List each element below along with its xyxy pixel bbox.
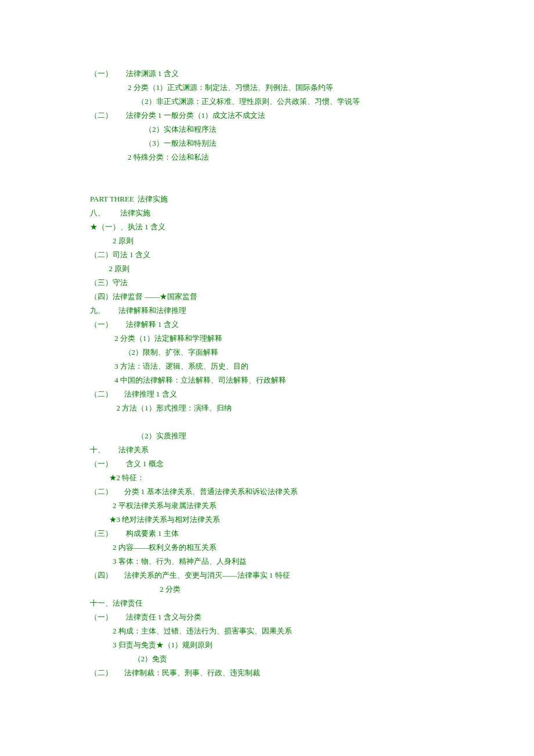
outline-line: ★2 特征： bbox=[90, 471, 444, 485]
outline-line: 2 原则 bbox=[90, 262, 444, 276]
outline-line: （2）限制、扩张、字面解释 bbox=[90, 345, 444, 359]
outline-line: （2）实质推理 bbox=[90, 429, 444, 443]
outline-line: （二）司法 1 含义 bbox=[90, 248, 444, 262]
outline-line: 八、 法律实施 bbox=[90, 206, 444, 220]
outline-line: （2）实体法和程序法 bbox=[90, 123, 444, 136]
outline-line: 2 特殊分类：公法和私法 bbox=[90, 150, 444, 164]
outline-line: 2 分类 bbox=[90, 582, 444, 596]
outline-line: 2 方法（1）形式推理：演绎、归纳 bbox=[90, 401, 444, 415]
outline-line: （一） 法律渊源 1 含义 bbox=[90, 67, 444, 81]
outline-line: （二） 分类 1 基本法律关系、普通法律关系和诉讼法律关系 bbox=[90, 485, 444, 499]
outline-line: 2 分类（1）正式渊源：制定法、习惯法、判例法、国际条约等 bbox=[90, 81, 444, 95]
document-page: （一） 法律渊源 1 含义 2 分类（1）正式渊源：制定法、习惯法、判例法、国际… bbox=[0, 0, 534, 738]
outline-line: （二） 法律分类 1 一般分类（1）成文法不成文法 bbox=[90, 109, 444, 123]
outline-line: ★3 绝对法律关系与相对法律关系 bbox=[90, 513, 444, 527]
outline-line: （四）法律监督 ——★国家监督 bbox=[90, 290, 444, 304]
outline-line: （一） 法律解释 1 含义 bbox=[90, 318, 444, 332]
outline-line: 3 方法：语法、逻辑、系统、历史、目的 bbox=[90, 359, 444, 373]
outline-line: 2 平权法律关系与隶属法律关系 bbox=[90, 499, 444, 513]
outline-line: 十、 法律关系 bbox=[90, 443, 444, 457]
outline-line: （一） 法律责任 1 含义与分类 bbox=[90, 610, 444, 624]
outline-line: 2 构成：主体、过错、违法行为、损害事实、因果关系 bbox=[90, 624, 444, 638]
outline-line: （2）免责 bbox=[90, 652, 444, 666]
outline-line: ★（一）、执法 1 含义 bbox=[90, 220, 444, 234]
blank-line bbox=[90, 164, 444, 178]
outline-line: （四） 法律关系的产生、变更与消灭——法律事实 1 特征 bbox=[90, 568, 444, 582]
outline-line: 4 中国的法律解释：立法解释、司法解释、行政解释 bbox=[90, 373, 444, 387]
outline-line: 3 归责与免责★（1）规则原则 bbox=[90, 638, 444, 652]
blank-line bbox=[90, 415, 444, 429]
outline-line: （三）守法 bbox=[90, 276, 444, 290]
outline-line: 2 原则 bbox=[90, 234, 444, 248]
outline-line: 十一、法律责任 bbox=[90, 596, 444, 610]
outline-line: （2）非正式渊源：正义标准、理性原则、公共政策、习惯、学说等 bbox=[90, 95, 444, 109]
outline-line: 2 分类（1）法定解释和学理解释 bbox=[90, 332, 444, 345]
outline-line: （二） 法律制裁：民事、刑事、行政、违宪制裁 bbox=[90, 666, 444, 680]
outline-line: （二） 法律推理 1 含义 bbox=[90, 387, 444, 401]
blank-line bbox=[90, 178, 444, 192]
outline-line: 3 客体：物、行为、精神产品、人身利益 bbox=[90, 555, 444, 568]
part-heading: PART THREE 法律实施 bbox=[90, 192, 444, 206]
outline-line: 2 内容——权利义务的相互关系 bbox=[90, 541, 444, 555]
outline-line: 九、 法律解释和法律推理 bbox=[90, 304, 444, 318]
outline-line: （一） 含义 1 概念 bbox=[90, 457, 444, 471]
outline-line: （3）一般法和特别法 bbox=[90, 136, 444, 150]
outline-line: （三） 构成要素 1 主体 bbox=[90, 527, 444, 541]
